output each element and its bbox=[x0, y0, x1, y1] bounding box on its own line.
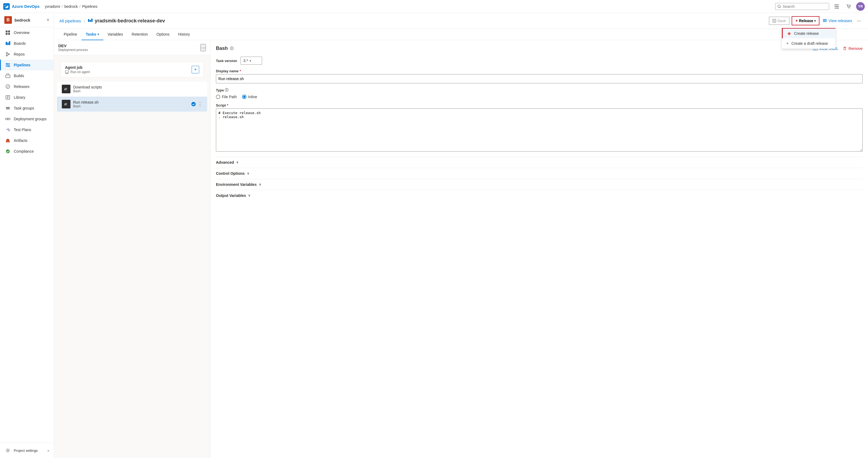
view-releases-button[interactable]: View releases bbox=[822, 17, 853, 25]
svg-point-0 bbox=[778, 5, 780, 7]
add-task-button[interactable]: + bbox=[192, 66, 199, 73]
sidebar-item-library[interactable]: Library bbox=[0, 92, 54, 103]
tab-tasks[interactable]: Tasks ▾ bbox=[82, 29, 103, 40]
svg-rect-47 bbox=[823, 19, 827, 20]
settings-icon[interactable] bbox=[832, 2, 841, 11]
sidebar-item-task-groups[interactable]: Task groups bbox=[0, 103, 54, 113]
avatar[interactable]: YR bbox=[856, 2, 865, 11]
task-version-select[interactable]: 3.* ▾ bbox=[241, 57, 262, 65]
breadcrumb-section[interactable]: Pipelines bbox=[82, 4, 97, 9]
breadcrumb-org[interactable]: yvradsmi bbox=[45, 4, 60, 9]
brand-logo[interactable]: Azure DevOps bbox=[3, 3, 40, 10]
task-status: ⋮ bbox=[191, 101, 203, 107]
svg-point-8 bbox=[848, 7, 849, 8]
display-name-input[interactable] bbox=[216, 74, 863, 83]
task-type-run-release: Bash bbox=[73, 104, 188, 108]
task-info-download: Download scripts Bash bbox=[73, 85, 203, 93]
environment-variables-section[interactable]: Environment Variables ∨ bbox=[216, 179, 863, 190]
sidebar-item-deployment-groups[interactable]: Deployment groups bbox=[0, 113, 54, 124]
sidebar-item-boards[interactable]: Boards bbox=[0, 38, 54, 49]
create-release-item[interactable]: Create release bbox=[782, 29, 835, 38]
sidebar-label-boards: Boards bbox=[14, 41, 26, 45]
sidebar-item-pipelines[interactable]: Pipelines bbox=[0, 60, 54, 70]
sidebar-label-artifacts: Artifacts bbox=[14, 138, 28, 143]
stage-more-button[interactable]: ··· bbox=[200, 44, 206, 51]
project-name: bedrock bbox=[14, 18, 44, 22]
more-options-button[interactable]: ··· bbox=[855, 17, 863, 25]
page-actions: Save + Release ▾ Create release + Create… bbox=[769, 16, 863, 25]
overview-icon bbox=[5, 30, 10, 35]
stage-name: DEV bbox=[58, 43, 88, 48]
file-path-radio[interactable] bbox=[216, 95, 220, 99]
svg-rect-5 bbox=[835, 4, 836, 5]
task-item-run-release[interactable]: #! Run release.sh Bash ⋮ bbox=[57, 97, 207, 111]
sidebar-item-artifacts[interactable]: Artifacts bbox=[0, 135, 54, 146]
svg-point-40 bbox=[6, 150, 10, 153]
task-more-button[interactable]: ⋮ bbox=[197, 101, 203, 107]
shopping-icon[interactable] bbox=[844, 2, 853, 11]
create-draft-icon: + bbox=[786, 41, 789, 46]
type-info-icon[interactable]: ⓘ bbox=[225, 88, 228, 93]
agent-job-info: Agent job Run on agent bbox=[65, 65, 90, 74]
script-group: Script * # Execute release.sh . release.… bbox=[216, 103, 863, 153]
sidebar-label-deployment-groups: Deployment groups bbox=[14, 117, 46, 121]
file-path-option[interactable]: File Path bbox=[216, 95, 237, 99]
svg-text:#!: #! bbox=[64, 102, 67, 106]
tab-history[interactable]: History bbox=[174, 29, 194, 40]
pipeline-area: DEV Deployment process ··· Agent job bbox=[54, 40, 868, 458]
view-releases-icon bbox=[823, 19, 827, 23]
script-textarea[interactable]: # Execute release.sh . release.sh bbox=[216, 108, 863, 152]
display-name-group: Display name * bbox=[216, 69, 863, 83]
tab-variables[interactable]: Variables bbox=[103, 29, 127, 40]
stages-panel: DEV Deployment process ··· Agent job bbox=[54, 40, 211, 458]
output-variables-section[interactable]: Output Variables ∨ bbox=[216, 190, 863, 201]
save-button[interactable]: Save bbox=[769, 17, 789, 25]
control-options-section[interactable]: Control Options ∨ bbox=[216, 168, 863, 179]
sidebar-label-compliance: Compliance bbox=[14, 149, 34, 154]
create-draft-item[interactable]: + Create a draft release bbox=[782, 38, 835, 48]
all-pipelines-link[interactable]: All pipelines bbox=[59, 19, 81, 23]
inline-label: Inline bbox=[248, 95, 257, 99]
advanced-section[interactable]: Advanced ∨ bbox=[216, 157, 863, 168]
right-panel: Bash ⓘ View YAML Remove bbox=[211, 40, 868, 458]
breadcrumb-project[interactable]: bedrock bbox=[64, 4, 78, 9]
agent-job-header: Agent job Run on agent + bbox=[65, 65, 199, 74]
sidebar-label-task-groups: Task groups bbox=[14, 106, 34, 110]
script-required: * bbox=[227, 103, 228, 107]
svg-rect-44 bbox=[91, 19, 93, 22]
tab-options[interactable]: Options bbox=[152, 29, 174, 40]
search-input[interactable] bbox=[783, 4, 827, 9]
app-body: B bedrock + Overview Boards Repos bbox=[0, 13, 868, 458]
sidebar-item-releases[interactable]: Releases bbox=[0, 81, 54, 92]
sidebar-item-compliance[interactable]: Compliance bbox=[0, 146, 54, 157]
agent-job-title: Agent job bbox=[65, 65, 90, 70]
task-item-download[interactable]: #! Download scripts Bash bbox=[57, 82, 207, 96]
sidebar-item-test-plans[interactable]: Test Plans bbox=[0, 124, 54, 135]
sidebar-label-repos: Repos bbox=[14, 52, 25, 56]
project-icon: B bbox=[4, 16, 12, 24]
file-path-label: File Path bbox=[222, 95, 237, 99]
svg-point-17 bbox=[6, 52, 7, 54]
remove-button[interactable]: Remove bbox=[843, 46, 863, 51]
breadcrumb-sep2: / bbox=[79, 4, 81, 9]
task-name-run-release: Run release.sh bbox=[73, 100, 188, 104]
repos-icon bbox=[5, 52, 10, 57]
sidebar-item-project-settings[interactable]: Project settings « bbox=[0, 445, 54, 456]
inline-radio[interactable] bbox=[242, 95, 246, 99]
settings-icon bbox=[5, 448, 10, 453]
stage-header: DEV Deployment process ··· bbox=[54, 40, 210, 55]
search-box[interactable] bbox=[775, 3, 829, 10]
bash-info-icon[interactable]: ⓘ bbox=[230, 46, 234, 51]
tab-retention[interactable]: Retention bbox=[127, 29, 152, 40]
sidebar-item-overview[interactable]: Overview bbox=[0, 27, 54, 38]
page-header: All pipelines › yradsmik-bedrock-release… bbox=[54, 13, 868, 29]
add-project-button[interactable]: + bbox=[46, 17, 50, 23]
sidebar-item-repos[interactable]: Repos bbox=[0, 49, 54, 60]
tab-pipeline[interactable]: Pipeline bbox=[59, 29, 82, 40]
release-button[interactable]: + Release ▾ bbox=[792, 16, 819, 25]
svg-rect-50 bbox=[65, 71, 68, 73]
display-name-required: * bbox=[240, 69, 241, 73]
inline-option[interactable]: Inline bbox=[242, 95, 257, 99]
sidebar-item-builds[interactable]: Builds bbox=[0, 70, 54, 81]
page-title: yradsmik-bedrock-release-dev bbox=[95, 18, 165, 24]
